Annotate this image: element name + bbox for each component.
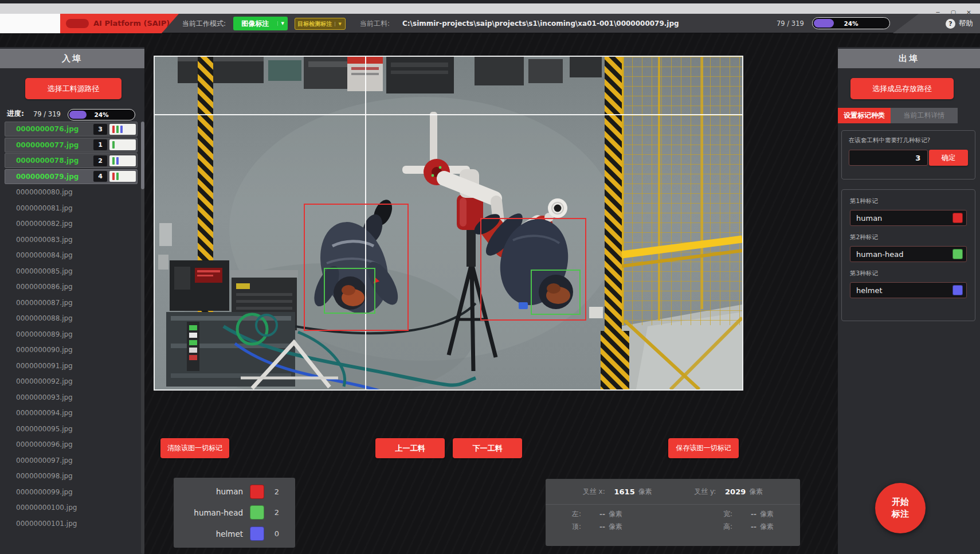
legend-color-swatch[interactable] bbox=[250, 526, 264, 541]
file-list-item[interactable]: 0000000090.jpg bbox=[5, 342, 138, 357]
mode-dropdown-detection-annotation[interactable]: 目标检测标注 ▼ bbox=[295, 18, 346, 30]
help-icon[interactable]: ? bbox=[946, 19, 955, 29]
coordinates-panel: 叉丝 x: 1615 像素 叉丝 y: 2029 像素 左: -- 像素 宽: … bbox=[546, 479, 800, 546]
file-count-badge: 1 bbox=[93, 139, 107, 150]
file-list-item[interactable]: 0000000098.jpg bbox=[5, 469, 138, 483]
clear-annotations-button[interactable]: 清除该图一切标记 bbox=[160, 438, 229, 458]
help-button[interactable]: 帮助 bbox=[959, 14, 973, 33]
file-list-item[interactable]: 0000000099.jpg bbox=[5, 485, 138, 500]
marker-color-swatch[interactable] bbox=[952, 213, 963, 223]
marker-name-input[interactable]: helmet bbox=[850, 282, 967, 298]
file-color-chip bbox=[109, 155, 136, 166]
crosshair-y-label: 叉丝 y: bbox=[694, 487, 716, 497]
file-list-item[interactable]: 0000000076.jpg 3 bbox=[5, 122, 138, 136]
marker-value: human-head bbox=[856, 250, 952, 259]
file-name: 0000000090.jpg bbox=[16, 346, 73, 354]
file-list-item[interactable]: 0000000088.jpg bbox=[5, 311, 138, 326]
app-window: ─ ▢ ✕ AI Platform (SAIP) 当前工作模式: 图像标注 ▼ … bbox=[0, 0, 980, 554]
file-list-item[interactable]: 0000000084.jpg bbox=[5, 248, 138, 263]
progress-count: 79 / 319 bbox=[33, 110, 61, 118]
file-list-item[interactable]: 0000000081.jpg bbox=[5, 201, 138, 216]
select-output-path-button[interactable]: 选择成品存放路径 bbox=[850, 78, 954, 99]
file-list-item[interactable]: 0000000087.jpg bbox=[5, 295, 138, 310]
file-color-chip bbox=[109, 139, 136, 150]
titlebar: ─ ▢ ✕ bbox=[0, 3, 980, 14]
box-height-label: 高: bbox=[723, 522, 732, 532]
file-name: 0000000095.jpg bbox=[16, 425, 73, 433]
file-list-scrollbar-thumb[interactable] bbox=[141, 122, 144, 189]
file-list-item[interactable]: 0000000094.jpg bbox=[5, 405, 138, 420]
select-source-path-button[interactable]: 选择工料源路径 bbox=[25, 78, 121, 99]
marker-field: 第3种标记 helmet bbox=[850, 270, 967, 298]
box-top-value: -- bbox=[585, 523, 605, 531]
annotation-box-human-head[interactable] bbox=[324, 268, 375, 314]
file-name: 0000000083.jpg bbox=[16, 236, 73, 244]
legend-color-swatch[interactable] bbox=[250, 485, 264, 499]
box-top-readout: 顶: -- 像素 bbox=[572, 522, 622, 532]
crosshair-x-readout: 叉丝 x: 1615 像素 bbox=[583, 487, 652, 497]
file-list-item[interactable]: 0000000086.jpg bbox=[5, 279, 138, 294]
next-item-button[interactable]: 下一工料 bbox=[453, 438, 522, 458]
file-list-item[interactable]: 0000000077.jpg 1 bbox=[5, 138, 138, 153]
progress-bar: 24% bbox=[812, 17, 890, 29]
marker-name-input[interactable]: human-head bbox=[850, 246, 967, 262]
mode-primary-label: 图像标注 bbox=[233, 19, 277, 29]
marker-value: human bbox=[856, 214, 952, 223]
file-list[interactable]: 0000000076.jpg 3 0000000077.jpg 1 000000… bbox=[0, 122, 141, 554]
file-list-item[interactable]: 0000000083.jpg bbox=[5, 232, 138, 247]
file-list-item[interactable]: 0000000089.jpg bbox=[5, 327, 138, 342]
file-list-item[interactable]: 0000000095.jpg bbox=[5, 422, 138, 436]
marker-count-question: 在该套工料中需要打几种标记? bbox=[849, 136, 968, 145]
file-list-item[interactable]: 0000000085.jpg bbox=[5, 264, 138, 279]
start-annotation-button[interactable]: 开始 标注 bbox=[875, 483, 926, 533]
pixel-unit: 像素 bbox=[760, 522, 774, 532]
file-name: 0000000087.jpg bbox=[16, 299, 73, 307]
previous-item-button[interactable]: 上一工料 bbox=[375, 438, 445, 458]
start-button-line2: 标注 bbox=[892, 508, 909, 520]
marker-color-swatch[interactable] bbox=[952, 285, 963, 295]
file-list-item[interactable]: 0000000091.jpg bbox=[5, 358, 138, 373]
save-annotations-button[interactable]: 保存该图一切标记 bbox=[668, 438, 739, 458]
annotation-box-human-head[interactable] bbox=[531, 270, 581, 315]
marker-field: 第2种标记 human-head bbox=[850, 233, 967, 262]
file-name: 0000000082.jpg bbox=[16, 220, 73, 228]
file-name: 0000000096.jpg bbox=[16, 440, 73, 448]
file-list-item[interactable]: 0000000078.jpg 2 bbox=[5, 153, 138, 168]
legend-count: 2 bbox=[264, 508, 289, 517]
mode-dropdown-image-annotation[interactable]: 图像标注 ▼ bbox=[233, 17, 288, 30]
chevron-down-icon: ▼ bbox=[335, 22, 345, 26]
current-file-path: C:\simmir-projects\saip\projects\s1\inco… bbox=[402, 14, 679, 33]
file-list-item[interactable]: 0000000092.jpg bbox=[5, 374, 138, 389]
file-list-item[interactable]: 0000000096.jpg bbox=[5, 437, 138, 452]
work-mode-label: 当前工作模式: bbox=[182, 14, 226, 33]
tab-current-item-detail[interactable]: 当前工料详情 bbox=[891, 108, 958, 123]
file-list-item[interactable]: 0000000080.jpg bbox=[5, 185, 138, 200]
input-sidebar-title: 入埠 bbox=[0, 49, 144, 68]
marker-count-panel: 在该套工料中需要打几种标记? 3 确定 bbox=[841, 130, 975, 180]
legend-color-swatch[interactable] bbox=[250, 505, 264, 520]
output-sidebar-title: 出埠 bbox=[838, 49, 980, 68]
marker-label: 第3种标记 bbox=[850, 270, 967, 278]
confirm-button[interactable]: 确定 bbox=[929, 150, 968, 166]
legend-label: human bbox=[179, 487, 250, 496]
crosshair-y-readout: 叉丝 y: 2029 像素 bbox=[694, 487, 763, 497]
file-list-item[interactable]: 0000000093.jpg bbox=[5, 390, 138, 405]
toolbar: AI Platform (SAIP) 当前工作模式: 图像标注 ▼ 目标检测标注… bbox=[0, 14, 980, 33]
file-list-item[interactable]: 0000000079.jpg 4 bbox=[5, 169, 138, 184]
progress-label: 进度: bbox=[7, 109, 24, 119]
file-list-item[interactable]: 0000000082.jpg bbox=[5, 216, 138, 231]
file-list-item[interactable]: 00000000101.jpg bbox=[5, 516, 138, 531]
file-list-item[interactable]: 00000000100.jpg bbox=[5, 500, 138, 515]
marker-color-swatch[interactable] bbox=[952, 249, 963, 259]
annotation-canvas[interactable] bbox=[154, 56, 743, 391]
file-list-item[interactable]: 0000000097.jpg bbox=[5, 453, 138, 468]
marker-name-input[interactable]: human bbox=[850, 210, 967, 226]
crosshair-y-value: 2029 bbox=[719, 487, 746, 496]
marker-count-input[interactable]: 3 bbox=[849, 150, 928, 166]
chevron-down-icon: ▼ bbox=[277, 21, 288, 26]
file-name: 0000000084.jpg bbox=[16, 251, 73, 259]
marker-field: 第1种标记 human bbox=[850, 197, 967, 226]
tab-set-marker-types[interactable]: 设置标记种类 bbox=[838, 108, 891, 123]
file-name: 0000000076.jpg bbox=[16, 125, 79, 133]
legend-label: helmet bbox=[179, 529, 250, 539]
